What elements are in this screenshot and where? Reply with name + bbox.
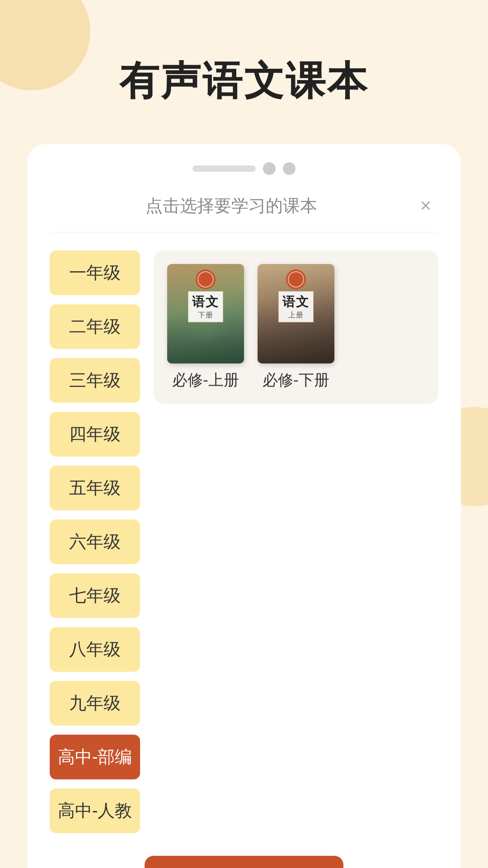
book-item-1[interactable]: 语文 下册 必修-上册 bbox=[167, 264, 244, 391]
book-label-box-1: 语文 下册 bbox=[188, 291, 223, 322]
book-label-zh-2: 语文 bbox=[282, 293, 310, 311]
book-badge-inner-1 bbox=[197, 271, 214, 288]
book-grid: 语文 下册 必修-上册 语文 上册 bbox=[154, 250, 438, 404]
book-caption-1: 必修-上册 bbox=[172, 370, 239, 391]
card-subtitle-row: 点击选择要学习的课本 × bbox=[50, 193, 438, 232]
grade-item-1[interactable]: 一年级 bbox=[50, 250, 140, 295]
book-cover-1: 语文 下册 bbox=[167, 264, 244, 363]
book-label-sub-2: 上册 bbox=[282, 311, 310, 320]
card-subtitle: 点击选择要学习的课本 bbox=[50, 194, 413, 217]
grade-item-high-2[interactable]: 高中-人教 bbox=[50, 788, 140, 833]
confirm-btn-wrap: 确认选择 bbox=[50, 856, 438, 868]
content-area: 一年级 二年级 三年级 四年级 五年级 六年级 七年级 八年级 九年级 高中-部… bbox=[50, 250, 438, 833]
grade-item-6[interactable]: 六年级 bbox=[50, 519, 140, 564]
book-grid-container: 语文 下册 必修-上册 语文 上册 bbox=[154, 250, 438, 833]
indicator-bar bbox=[192, 165, 256, 172]
main-card: 点击选择要学习的课本 × 一年级 二年级 三年级 四年级 五年级 六年级 七年级… bbox=[27, 144, 461, 868]
indicator-dot-1 bbox=[263, 162, 276, 175]
grade-item-4[interactable]: 四年级 bbox=[50, 412, 140, 457]
grade-item-5[interactable]: 五年级 bbox=[50, 466, 140, 510]
indicator-dot-2 bbox=[283, 162, 296, 175]
book-label-box-2: 语文 上册 bbox=[278, 291, 314, 322]
grade-item-3[interactable]: 三年级 bbox=[50, 358, 140, 403]
book-cover-2: 语文 上册 bbox=[258, 264, 334, 363]
close-button[interactable]: × bbox=[413, 193, 438, 218]
book-badge-1 bbox=[196, 269, 216, 289]
grade-list: 一年级 二年级 三年级 四年级 五年级 六年级 七年级 八年级 九年级 高中-部… bbox=[50, 250, 140, 833]
book-caption-2: 必修-下册 bbox=[263, 370, 329, 391]
grade-item-high-1[interactable]: 高中-部编 bbox=[50, 735, 140, 779]
confirm-button[interactable]: 确认选择 bbox=[145, 856, 343, 868]
grade-item-8[interactable]: 八年级 bbox=[50, 627, 140, 672]
grade-item-7[interactable]: 七年级 bbox=[50, 573, 140, 618]
grade-item-9[interactable]: 九年级 bbox=[50, 681, 140, 726]
book-badge-inner-2 bbox=[288, 271, 304, 288]
book-label-sub-1: 下册 bbox=[192, 311, 219, 320]
book-item-2[interactable]: 语文 上册 必修-下册 bbox=[258, 264, 334, 391]
card-indicator-bar bbox=[50, 162, 438, 175]
grade-item-2[interactable]: 二年级 bbox=[50, 304, 140, 349]
book-badge-2 bbox=[286, 269, 306, 289]
book-label-zh-1: 语文 bbox=[192, 293, 219, 311]
